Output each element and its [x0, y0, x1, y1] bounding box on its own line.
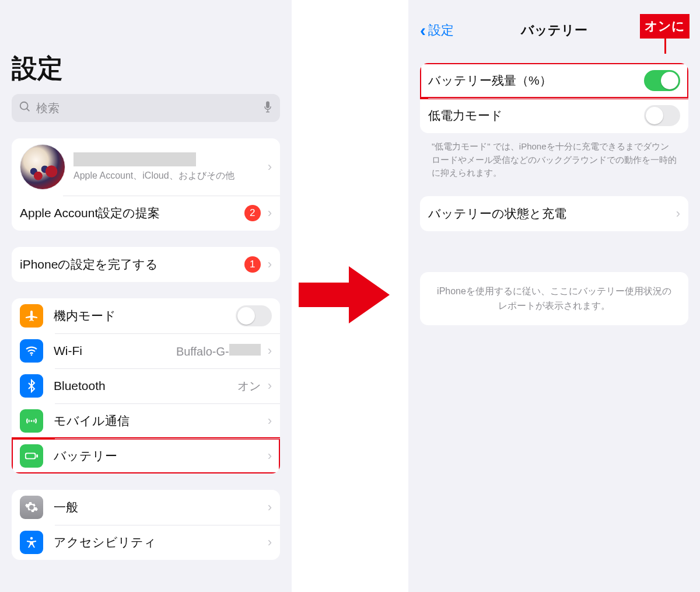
- low-power-mode-toggle[interactable]: [644, 105, 680, 126]
- account-subtitle: Apple Account、iCloud、およびその他: [74, 170, 263, 182]
- wifi-value: Buffalo-G-: [176, 344, 261, 358]
- accessibility-label: アクセシビリティ: [54, 534, 263, 551]
- low-power-mode-row[interactable]: 低電力モード: [420, 98, 688, 133]
- bluetooth-value: オン: [237, 378, 261, 394]
- chevron-right-icon: ›: [268, 535, 272, 550]
- finish-setup-label: iPhoneの設定を完了する: [20, 256, 244, 273]
- chevron-right-icon: ›: [268, 413, 272, 429]
- battery-percentage-toggle[interactable]: [644, 70, 680, 91]
- finish-setup-row[interactable]: iPhoneの設定を完了する 1 ›: [12, 247, 280, 282]
- airplane-label: 機内モード: [54, 308, 236, 324]
- badge-count: 2: [244, 205, 261, 221]
- accessibility-icon: [20, 531, 43, 554]
- usage-report-note: iPhoneを使用するに従い、ここにバッテリー使用状況のレポートが表示されます。: [420, 272, 688, 325]
- svg-point-10: [30, 537, 33, 539]
- chevron-right-icon: ›: [268, 378, 272, 393]
- battery-percentage-row[interactable]: バッテリー残量（%）: [420, 63, 688, 98]
- low-power-mode-note: "低電力モード" では、iPhoneを十分に充電できるまでダウンロードやメール受…: [420, 133, 688, 180]
- airplane-toggle[interactable]: [236, 305, 272, 326]
- wifi-value-masked: [229, 344, 261, 356]
- chevron-right-icon: ›: [268, 500, 272, 515]
- svg-rect-2: [266, 101, 270, 108]
- bluetooth-icon: [20, 374, 43, 398]
- chevron-right-icon: ›: [268, 448, 272, 464]
- apple-account-row[interactable]: Apple Account、iCloud、およびその他 ›: [12, 138, 280, 196]
- apple-account-suggestion-row[interactable]: Apple Account設定の提案 2 ›: [12, 196, 280, 231]
- battery-health-row[interactable]: バッテリーの状態と充電 ›: [420, 196, 688, 231]
- airplane-icon: [20, 304, 43, 328]
- cellular-row[interactable]: モバイル通信 ›: [12, 403, 280, 438]
- callout-label: オンに: [640, 14, 690, 39]
- suggestion-label: Apple Account設定の提案: [20, 205, 244, 221]
- general-label: 一般: [54, 499, 263, 516]
- cellular-label: モバイル通信: [54, 413, 263, 429]
- svg-line-1: [27, 109, 30, 112]
- general-row[interactable]: 一般 ›: [12, 490, 280, 525]
- wifi-icon: [20, 339, 43, 363]
- mic-icon[interactable]: [262, 100, 273, 116]
- chevron-right-icon: ›: [676, 206, 680, 221]
- wifi-row[interactable]: Wi-Fi Buffalo-G- ›: [12, 333, 280, 368]
- svg-rect-8: [36, 454, 38, 458]
- badge-count: 1: [244, 256, 261, 273]
- account-name-masked: [74, 152, 196, 166]
- low-power-mode-label: 低電力モード: [428, 107, 644, 124]
- search-icon: [19, 100, 32, 116]
- accessibility-row[interactable]: アクセシビリティ ›: [12, 525, 280, 560]
- page-title: 設定: [12, 51, 280, 86]
- chevron-right-icon: ›: [268, 206, 272, 221]
- airplane-mode-row[interactable]: 機内モード: [12, 298, 280, 333]
- battery-icon: [20, 444, 43, 468]
- chevron-right-icon: ›: [268, 257, 272, 272]
- svg-point-5: [31, 354, 33, 356]
- search-placeholder: 検索: [36, 100, 262, 116]
- battery-label: バッテリー: [54, 448, 263, 464]
- svg-marker-11: [299, 266, 390, 323]
- battery-health-label: バッテリーの状態と充電: [428, 206, 671, 222]
- chevron-right-icon: ›: [268, 159, 272, 175]
- arrow-right-icon: [299, 263, 390, 327]
- avatar: [20, 144, 65, 190]
- bluetooth-row[interactable]: Bluetooth オン ›: [12, 368, 280, 403]
- battery-row[interactable]: バッテリー ›: [12, 438, 280, 473]
- svg-point-0: [20, 102, 28, 110]
- bluetooth-label: Bluetooth: [54, 379, 237, 393]
- battery-percentage-label: バッテリー残量（%）: [428, 72, 644, 89]
- wifi-label: Wi-Fi: [54, 344, 176, 358]
- svg-rect-9: [26, 454, 35, 458]
- callout-connector: [664, 39, 666, 54]
- svg-point-6: [30, 420, 32, 422]
- search-input[interactable]: 検索: [12, 94, 280, 122]
- cellular-icon: [20, 409, 43, 433]
- gear-icon: [20, 496, 43, 519]
- chevron-right-icon: ›: [268, 343, 272, 358]
